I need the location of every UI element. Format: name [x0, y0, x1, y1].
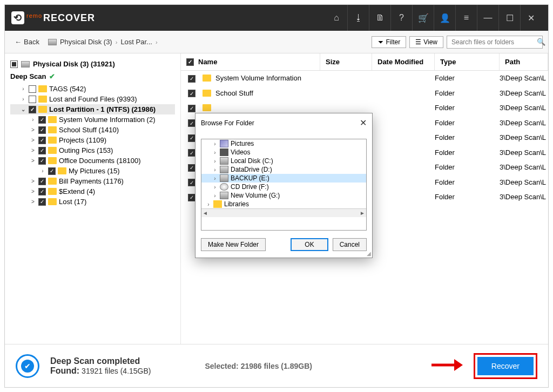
checkbox[interactable] [29, 85, 36, 93]
chevron-icon[interactable]: ⌄ [20, 106, 26, 112]
tree-node[interactable]: ›Lost and Found Files (9393) [10, 94, 175, 104]
col-size[interactable]: Size [320, 53, 372, 70]
tree-node[interactable]: ⌄✓Lost Partition - 1 (NTFS) (21986) [10, 104, 175, 114]
chevron-icon[interactable]: > [30, 127, 36, 133]
checkbox[interactable]: ✓ [188, 194, 195, 201]
checkbox[interactable]: ✓ [188, 179, 195, 186]
file-row[interactable]: ✓System Volume InformationFolder3\Deep S… [181, 71, 548, 86]
chevron-right-icon[interactable]: › [212, 158, 218, 164]
file-type: Folder [435, 133, 500, 141]
document-icon[interactable]: 🗎 [369, 5, 390, 31]
tree-node[interactable]: >✓Outing Pics (153) [10, 145, 175, 156]
col-type[interactable]: Type [435, 53, 500, 70]
recover-button[interactable]: Recover [477, 357, 534, 375]
chevron-icon[interactable]: › [20, 96, 26, 102]
chevron-right-icon: › [156, 39, 158, 45]
chevron-right-icon[interactable]: › [212, 184, 218, 190]
back-button[interactable]: ← Back [10, 36, 44, 48]
checkbox[interactable]: ✓ [188, 149, 195, 157]
folder-tree-item[interactable]: ›Videos [201, 148, 366, 157]
tree-node[interactable]: >✓School Stuff (1410) [10, 125, 175, 135]
menu-icon[interactable]: ≡ [455, 5, 477, 31]
folder-tree-item[interactable]: ›New Volume (G:) [201, 191, 366, 200]
chevron-icon[interactable]: > [30, 199, 36, 205]
filter-button[interactable]: ⏷ Filter [372, 36, 407, 48]
folder-tree-item[interactable]: ›BACKUP (E:) [201, 174, 366, 183]
col-date[interactable]: Date Modified [372, 53, 435, 70]
chevron-icon[interactable]: > [30, 188, 36, 194]
chevron-right-icon[interactable]: › [212, 175, 218, 181]
tree-node[interactable]: >✓Bill Payments (1176) [10, 176, 175, 186]
checkbox[interactable]: ✓ [38, 137, 46, 144]
select-all-checkbox[interactable]: ✓ [186, 58, 194, 66]
chevron-icon[interactable]: > [30, 137, 36, 143]
chevron-right-icon[interactable]: › [206, 201, 211, 207]
dialog-close-icon[interactable]: ✕ [360, 118, 367, 128]
search-input[interactable] [447, 36, 537, 48]
checkbox[interactable]: ✓ [38, 188, 46, 195]
folder-tree-item[interactable]: ›CD Drive (F:) [201, 183, 366, 191]
folder-tree-item[interactable]: ›DataDrive (D:) [201, 165, 366, 174]
checkbox[interactable]: ✓ [188, 119, 195, 127]
col-name[interactable]: Name [198, 58, 217, 66]
checkbox[interactable]: ✓ [188, 75, 195, 83]
chevron-icon[interactable]: › [20, 86, 26, 92]
minimize-icon[interactable]: — [477, 5, 498, 31]
home-icon[interactable]: ⌂ [326, 5, 347, 31]
tree-node[interactable]: ›TAGS (542) [10, 84, 175, 94]
libraries-label[interactable]: Libraries [224, 200, 249, 208]
tree-node[interactable]: >✓Projects (1109) [10, 135, 175, 145]
chevron-right-icon[interactable]: › [212, 193, 218, 199]
tree-node[interactable]: >✓$Extend (4) [10, 186, 175, 197]
checkbox[interactable]: ✓ [38, 116, 46, 124]
chevron-icon[interactable]: › [39, 168, 46, 174]
chevron-right-icon[interactable]: › [212, 167, 218, 173]
chevron-right-icon[interactable]: › [212, 150, 218, 156]
titlebar: ⟲ remoRECOVER ⌂ ⭳ 🗎 ? 🛒 👤 ≡ — ☐ ✕ [5, 5, 548, 31]
make-new-folder-button[interactable]: Make New Folder [201, 238, 266, 251]
checkbox[interactable]: ✓ [188, 90, 195, 97]
chevron-icon[interactable]: > [30, 147, 36, 153]
folder-tree-item[interactable]: ›Pictures [201, 139, 366, 148]
breadcrumb-partition[interactable]: Lost Par... [120, 38, 152, 46]
checkbox[interactable]: ✓ [48, 167, 56, 175]
checkbox[interactable]: ✓ [29, 106, 36, 113]
search-icon[interactable]: 🔍 [537, 38, 545, 46]
download-icon[interactable]: ⭳ [347, 5, 369, 31]
chevron-icon[interactable]: > [30, 158, 36, 164]
checkbox[interactable]: ✓ [38, 178, 46, 185]
checkbox[interactable]: ✓ [188, 164, 195, 172]
chevron-icon[interactable]: › [30, 117, 36, 123]
scrollbar-horizontal[interactable]: ◄► [201, 208, 366, 217]
checkbox[interactable] [29, 96, 36, 103]
tree-node[interactable]: ›✓System Volume Information (2) [10, 114, 175, 125]
folder-tree[interactable]: ›Pictures›Videos›Local Disk (C:)›DataDri… [201, 139, 367, 231]
maximize-icon[interactable]: ☐ [498, 5, 520, 31]
checkbox[interactable]: ✓ [38, 157, 46, 165]
checkbox[interactable] [10, 60, 18, 68]
user-icon[interactable]: 👤 [434, 5, 455, 31]
tree-root[interactable]: Physical Disk (3) (31921) [10, 58, 175, 70]
checkbox[interactable]: ✓ [188, 134, 195, 142]
help-icon[interactable]: ? [390, 5, 412, 31]
view-button[interactable]: ☰ View [409, 36, 443, 48]
search-box[interactable]: 🔍 [447, 36, 543, 49]
cart-icon[interactable]: 🛒 [412, 5, 434, 31]
tree-node[interactable]: >✓Office Documents (18100) [10, 156, 175, 166]
resize-grip-icon[interactable]: ◢ [367, 251, 371, 256]
chevron-right-icon[interactable]: › [212, 141, 218, 147]
breadcrumb-disk[interactable]: Physical Disk (3) [60, 38, 112, 46]
checkbox[interactable]: ✓ [188, 105, 195, 112]
tree-node[interactable]: ›✓My Pictures (15) [10, 166, 175, 176]
cancel-button[interactable]: Cancel [333, 238, 367, 251]
folder-tree-item[interactable]: ›Local Disk (C:) [201, 157, 366, 165]
tree-node[interactable]: >✓Lost (17) [10, 197, 175, 207]
checkbox[interactable]: ✓ [38, 126, 46, 134]
col-path[interactable]: Path [500, 53, 548, 70]
close-icon[interactable]: ✕ [520, 5, 542, 31]
checkbox[interactable]: ✓ [38, 198, 46, 206]
checkbox[interactable]: ✓ [38, 147, 46, 154]
file-row[interactable]: ✓School StuffFolder3\Deep Scan\L [181, 86, 548, 101]
chevron-icon[interactable]: > [30, 178, 36, 184]
ok-button[interactable]: OK [291, 238, 328, 251]
